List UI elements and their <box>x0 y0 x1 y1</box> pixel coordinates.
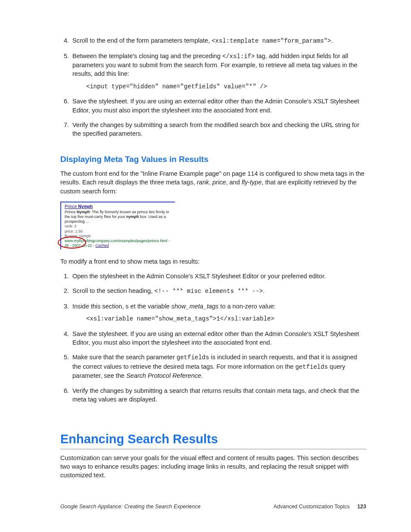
list-item: Scroll to the end of the form parameters… <box>71 36 366 46</box>
text: Scroll to the end of the form parameters… <box>72 37 212 44</box>
list-item: Open the stylesheet in the Admin Console… <box>71 272 366 280</box>
cached-link: Cached <box>96 243 109 248</box>
text: . <box>263 287 265 294</box>
text: , <box>209 179 212 186</box>
list-item: Verify the changes by submitting a searc… <box>71 121 366 138</box>
result-url-line: www.myflyfishingcompany.com/examples/pag… <box>65 239 172 249</box>
text-bold: Nymph <box>77 210 90 214</box>
text: Scroll to the section heading, <box>72 287 154 294</box>
page-footer: Google Search Appliance: Creating the Se… <box>60 503 366 511</box>
inline-code: getfields <box>295 364 328 370</box>
text: . <box>201 372 203 379</box>
paragraph: Customization can serve your goals for t… <box>60 454 366 480</box>
text: Between the template's closing tag and t… <box>72 53 222 59</box>
meta-line: fly-type: nymph <box>65 234 172 239</box>
inline-code: <xsl:template name="form_params"> <box>212 37 331 44</box>
text-bold: Nymph <box>78 204 93 209</box>
list-item: Save the stylesheet. If you are using an… <box>71 97 366 115</box>
footer-right: Advanced Customization Topics 123 <box>274 503 366 511</box>
inline-code: getfields <box>177 354 209 361</box>
result-metas: rank: 2 price: 1.50 fly-type: nymph <box>65 224 172 239</box>
result-url: www.myflyfishingcompany.com/examples/pag… <box>65 239 170 248</box>
section-heading-enhancing: Enhancing Search Results <box>60 430 366 449</box>
text-bold: nymph <box>126 215 139 219</box>
list-item: Make sure that the search parameter getf… <box>71 353 366 380</box>
subheading-meta-tags: Displaying Meta Tag Values in Results <box>60 154 366 165</box>
meta-name: price <box>212 179 226 186</box>
text: Save the stylesheet. If you are using an… <box>72 98 359 113</box>
text: Prince <box>65 204 78 209</box>
text: to a non-zero value: <box>218 303 275 310</box>
list-item: Scroll to the section heading, <!-- *** … <box>71 286 366 296</box>
document-page: Scroll to the end of the form parameters… <box>0 0 411 532</box>
text: Inside this section, s et the variable <box>72 303 171 310</box>
list-item: Save the stylesheet. If you are using an… <box>71 330 366 347</box>
code-block: <xsl:variable name="show_meta_tags">1</x… <box>86 315 366 324</box>
inline-code: </xsl:if> <box>222 53 255 60</box>
meta-name: rank <box>197 179 209 186</box>
text: Verify the changes by submitting a searc… <box>72 121 359 137</box>
paragraph: The custom front end for the "Inline Fra… <box>60 169 366 196</box>
meta-line: price: 1.50 <box>65 229 172 234</box>
meta-name: fly-type <box>242 179 262 186</box>
ordered-list-a: Scroll to the end of the form parameters… <box>60 36 366 138</box>
paragraph: To modify a front end to show meta tags … <box>60 257 366 266</box>
result-snippet: Prince Nymph: The fly formerly known as … <box>65 210 172 224</box>
variable-name: show_meta_tags <box>171 303 219 310</box>
list-item: Verify the changes by submitting a searc… <box>71 386 366 404</box>
text: Make sure that the search parameter <box>72 354 177 361</box>
footer-doc-title: Google Search Appliance: Creating the Se… <box>60 503 200 511</box>
meta-line: rank: 2 <box>65 224 172 229</box>
page-number: 123 <box>357 504 366 510</box>
inline-code: <!-- *** misc elements *** --> <box>154 288 263 295</box>
code-block: <input type="hidden" name="getfields" va… <box>86 83 366 91</box>
reference-title: Search Protocol Reference <box>126 372 201 379</box>
list-item: Inside this section, s et the variable s… <box>71 302 366 324</box>
search-result-figure: Prince Nymph Prince Nymph: The fly forme… <box>60 202 175 249</box>
text: Prince <box>65 210 77 214</box>
text: Save the stylesheet. If you are using an… <box>72 330 359 346</box>
text: . <box>331 37 333 44</box>
list-item: Between the template's closing tag and t… <box>71 52 366 91</box>
footer-section: Advanced Customization Topics <box>274 504 350 510</box>
text: Open the stylesheet in the Admin Console… <box>72 273 326 280</box>
text: Verify the changes by submitting a searc… <box>72 387 359 403</box>
text: , and <box>226 179 241 186</box>
ordered-list-b: Open the stylesheet in the Admin Console… <box>60 272 366 404</box>
result-title: Prince Nymph <box>65 204 172 210</box>
